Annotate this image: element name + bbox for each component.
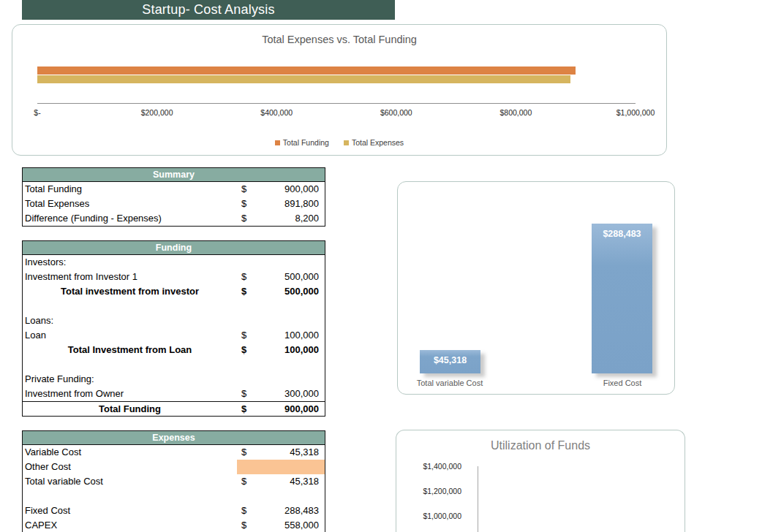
row-value-group[interactable]: $891,800 (237, 197, 325, 211)
y-axis-tick: $1,400,000 (423, 462, 461, 471)
sheet-title-bar: Startup- Cost Analysis (22, 0, 395, 20)
value-cell[interactable] (259, 299, 325, 314)
row-label-cell[interactable] (23, 299, 237, 314)
row-label-cell[interactable]: Investment from Investor 1 (23, 270, 237, 284)
currency-symbol-cell[interactable]: $ (237, 182, 259, 197)
row-label-cell[interactable]: Investment from Owner (23, 387, 237, 401)
total-expenses-bar[interactable] (37, 75, 570, 83)
row-value-group[interactable]: $288,483 (237, 503, 325, 518)
total-funding-bar[interactable] (37, 66, 576, 75)
row-label-cell[interactable] (23, 489, 237, 503)
row-value-group[interactable] (237, 314, 325, 328)
row-value-group[interactable]: $558,000 (237, 518, 325, 532)
row-value-group[interactable]: $900,000 (237, 402, 325, 416)
currency-symbol-cell[interactable] (237, 372, 259, 387)
currency-symbol-cell[interactable]: $ (237, 402, 259, 416)
currency-symbol-cell[interactable] (237, 314, 259, 328)
row-label-cell[interactable]: CAPEX (23, 518, 237, 532)
currency-symbol-cell[interactable]: $ (237, 518, 259, 532)
value-cell[interactable]: 288,483 (259, 503, 325, 518)
expenses-table-header[interactable]: Expenses (23, 431, 325, 445)
summary-table-body: Total Funding$900,000Total Expenses$891,… (23, 182, 325, 226)
currency-symbol-cell[interactable]: $ (237, 211, 259, 226)
fixed-cost-bar[interactable]: $288,483 (592, 224, 652, 373)
row-value-group[interactable]: $100,000 (237, 343, 325, 357)
value-cell[interactable]: 500,000 (259, 284, 325, 299)
expenses-vs-funding-chart[interactable]: Total Expenses vs. Total Funding $-$200,… (12, 24, 667, 156)
row-label-cell[interactable]: Other Cost (23, 460, 237, 474)
bar-data-label: $45,318 (434, 355, 467, 365)
row-label-cell[interactable]: Difference (Funding - Expenses) (23, 211, 237, 226)
currency-symbol-cell[interactable] (237, 255, 259, 270)
row-value-group[interactable] (237, 299, 325, 314)
value-cell[interactable] (259, 255, 325, 270)
row-value-group[interactable]: $900,000 (237, 182, 325, 197)
chart-title: Utilization of Funds (396, 439, 685, 452)
total-variable-cost-bar[interactable]: $45,318 (420, 350, 480, 373)
value-cell[interactable]: 891,800 (259, 197, 325, 211)
row-value-group[interactable]: $100,000 (237, 328, 325, 343)
cost-column-chart[interactable]: $45,318 $288,483 Total variable Cost Fix… (397, 181, 675, 395)
value-cell[interactable] (259, 489, 325, 503)
currency-symbol-cell[interactable]: $ (237, 474, 259, 489)
row-value-group[interactable]: $45,318 (237, 474, 325, 489)
row-label-cell[interactable]: Private Funding: (23, 372, 237, 387)
value-cell[interactable]: 300,000 (259, 387, 325, 401)
row-label-cell[interactable] (23, 357, 237, 372)
row-value-group[interactable] (237, 372, 325, 387)
currency-symbol-cell[interactable]: $ (237, 387, 259, 401)
value-cell[interactable]: 8,200 (259, 211, 325, 226)
row-label-cell[interactable]: Total Funding (23, 402, 237, 416)
value-cell[interactable]: 500,000 (259, 270, 325, 284)
currency-symbol-cell[interactable]: $ (237, 270, 259, 284)
row-value-group[interactable]: $300,000 (237, 387, 325, 401)
currency-symbol-cell[interactable]: $ (237, 445, 259, 460)
currency-symbol-cell[interactable]: $ (237, 328, 259, 343)
row-label-cell[interactable]: Loan (23, 328, 237, 343)
x-axis-tick-label: $- (34, 108, 40, 117)
table-row: Loans: (23, 314, 325, 328)
row-label-cell[interactable]: Total Expenses (23, 197, 237, 211)
currency-symbol-cell[interactable] (237, 489, 259, 503)
utilization-of-funds-chart[interactable]: Utilization of Funds $1,400,000 $1,200,0… (396, 430, 685, 532)
value-cell[interactable]: 558,000 (259, 518, 325, 532)
value-cell[interactable]: 45,318 (259, 445, 325, 460)
value-cell[interactable] (259, 357, 325, 372)
table-row: Investment from Investor 1$500,000 (23, 270, 325, 284)
row-value-group[interactable] (237, 489, 325, 503)
currency-symbol-cell[interactable]: $ (237, 503, 259, 518)
row-label-cell[interactable]: Total Funding (23, 182, 237, 197)
row-value-group[interactable] (237, 357, 325, 372)
value-cell[interactable]: 100,000 (259, 328, 325, 343)
value-cell[interactable]: 45,318 (259, 474, 325, 489)
value-cell[interactable]: 100,000 (259, 343, 325, 357)
currency-symbol-cell[interactable]: $ (237, 343, 259, 357)
currency-symbol-cell[interactable]: $ (237, 284, 259, 299)
row-value-group[interactable]: $45,318 (237, 445, 325, 460)
currency-symbol-cell[interactable] (237, 299, 259, 314)
value-cell[interactable] (259, 372, 325, 387)
highlighted-value-cell[interactable] (237, 460, 325, 474)
row-value-group[interactable]: $500,000 (237, 270, 325, 284)
table-row: Total Funding$900,000 (23, 401, 325, 416)
row-value-group[interactable]: $500,000 (237, 284, 325, 299)
table-row: Other Cost (23, 460, 325, 474)
row-label-cell[interactable]: Fixed Cost (23, 503, 237, 518)
row-label-cell[interactable]: Variable Cost (23, 445, 237, 460)
row-value-group[interactable] (237, 255, 325, 270)
row-label-cell[interactable]: Total investment from investor (23, 284, 237, 299)
row-label-cell[interactable]: Total variable Cost (23, 474, 237, 489)
row-label-cell[interactable]: Loans: (23, 314, 237, 328)
value-cell[interactable] (259, 460, 325, 474)
row-label-cell[interactable]: Total Investment from Loan (23, 343, 237, 357)
funding-table-header[interactable]: Funding (23, 241, 325, 255)
value-cell[interactable]: 900,000 (259, 402, 325, 416)
summary-table-header[interactable]: Summary (23, 168, 325, 182)
value-cell[interactable] (259, 314, 325, 328)
row-label-cell[interactable]: Investors: (23, 255, 237, 270)
value-cell[interactable]: 900,000 (259, 182, 325, 197)
row-value-group[interactable]: $8,200 (237, 211, 325, 226)
currency-symbol-cell[interactable] (237, 460, 259, 474)
currency-symbol-cell[interactable] (237, 357, 259, 372)
currency-symbol-cell[interactable]: $ (237, 197, 259, 211)
